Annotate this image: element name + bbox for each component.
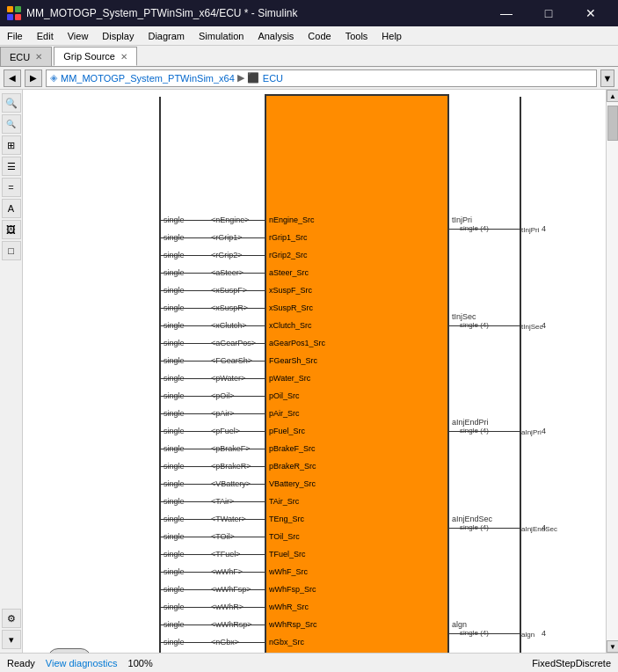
tab-grip-source[interactable]: Grip Source ✕ bbox=[54, 47, 137, 66]
equals-button[interactable]: = bbox=[2, 178, 21, 197]
sig-vbattery: VBattery_Src bbox=[269, 479, 316, 488]
menu-diagram[interactable]: Diagram bbox=[141, 26, 192, 45]
tab-ecu-label: ECU bbox=[10, 52, 30, 62]
line-out-algn bbox=[449, 633, 521, 634]
scroll-down-button[interactable]: ▼ bbox=[607, 640, 618, 653]
out-tinjsec-label: tInjSec bbox=[452, 312, 476, 321]
address-bar: ◀ ▶ ◈ MM_MOTOGP_System_PTWinSim_x64 ▶ ⬛ … bbox=[0, 67, 618, 90]
settings-bottom-button[interactable]: ⚙ bbox=[2, 609, 21, 628]
line-wwhfsp bbox=[161, 589, 265, 590]
tab-grip-source-label: Grip Source bbox=[63, 51, 115, 62]
line-out-tinjsec bbox=[449, 325, 521, 326]
out-ainjendpri-label: aInjEndPri bbox=[452, 418, 489, 427]
out-tinjpri-num: 4 bbox=[542, 224, 546, 233]
out-algn-label: algn bbox=[452, 620, 467, 629]
line-wwhf bbox=[161, 572, 265, 573]
sig-tair: TAir_Src bbox=[269, 497, 299, 506]
tab-ecu[interactable]: ECU ✕ bbox=[0, 47, 52, 66]
scroll-track[interactable] bbox=[607, 102, 618, 640]
canvas-area[interactable]: single single single single single singl… bbox=[23, 90, 606, 653]
sig-xsuspf: xSuspF_Src bbox=[269, 286, 312, 295]
menu-analysis[interactable]: Analysis bbox=[251, 26, 301, 45]
address-block-icon: ⬛ bbox=[247, 72, 259, 84]
address-path[interactable]: ◈ MM_MOTOGP_System_PTWinSim_x64 ▶ ⬛ ECU bbox=[46, 69, 597, 87]
out-ainjend-val: aInjEndSec bbox=[521, 525, 557, 533]
line-rgrip1 bbox=[161, 237, 265, 238]
app-icon bbox=[7, 6, 21, 20]
maximize-button[interactable]: □ bbox=[528, 0, 569, 26]
status-zoom: 100% bbox=[128, 658, 153, 668]
line-tair bbox=[161, 501, 265, 502]
line-pair bbox=[161, 413, 265, 414]
sig-pair: pAir_Src bbox=[269, 409, 300, 418]
view-diagnostics-link[interactable]: View diagnostics bbox=[46, 658, 118, 668]
line-tfuel bbox=[161, 554, 265, 555]
layers-button[interactable]: ☰ bbox=[2, 157, 21, 176]
sig-xclutch: xClutch_Src bbox=[269, 321, 312, 330]
diagram: single single single single single singl… bbox=[23, 90, 606, 653]
line-vbattery bbox=[161, 484, 265, 485]
address-block-name[interactable]: ECU bbox=[263, 73, 283, 84]
line-xsuspf bbox=[161, 290, 265, 291]
main-area: 🔍 🔍 ⊞ ☰ = A 🖼 □ ⚙ ▾ single single single… bbox=[0, 90, 618, 653]
left-toolbar: 🔍 🔍 ⊞ ☰ = A 🖼 □ ⚙ ▾ bbox=[0, 90, 23, 653]
status-bar: Ready View diagnostics 100% FixedStepDis… bbox=[0, 653, 618, 672]
line-out-ainjend bbox=[449, 528, 521, 529]
address-model-name[interactable]: MM_MOTOGP_System_PTWinSim_x64 bbox=[61, 73, 235, 84]
line-agearpos bbox=[161, 343, 265, 344]
tab-grip-source-close[interactable]: ✕ bbox=[120, 52, 127, 62]
minimize-button[interactable]: — bbox=[486, 0, 527, 26]
status-solver: FixedStepDiscrete bbox=[532, 658, 611, 668]
line-out-tinjpri bbox=[449, 229, 521, 230]
out-tinjpri-label: tInjPri bbox=[452, 215, 472, 224]
out-ainjendpri-val: aInjPri bbox=[521, 428, 542, 436]
line-wwhrsp bbox=[161, 625, 265, 625]
sig-wwhrsp: wWhRsp_Src bbox=[269, 620, 317, 629]
sig-asteer: aSteer_Src bbox=[269, 268, 309, 277]
zoom-in-button[interactable]: 🔍 bbox=[2, 93, 21, 113]
menu-help[interactable]: Help bbox=[374, 26, 409, 45]
menu-tools[interactable]: Tools bbox=[338, 26, 375, 45]
menu-display[interactable]: Display bbox=[95, 26, 141, 45]
line-ngbx bbox=[161, 642, 265, 643]
sensor-circle[interactable]: 1<Inputs> {54} bbox=[47, 648, 91, 653]
line-pwater bbox=[161, 378, 265, 379]
menu-view[interactable]: View bbox=[61, 26, 96, 45]
menu-edit[interactable]: Edit bbox=[30, 26, 61, 45]
line-pbraker bbox=[161, 466, 265, 467]
line-pbrakef bbox=[161, 449, 265, 449]
svg-rect-3 bbox=[15, 14, 21, 20]
line-pfuel bbox=[161, 431, 265, 432]
sig-wwhf: wWhF_Src bbox=[269, 567, 308, 576]
image-button[interactable]: 🖼 bbox=[2, 220, 21, 239]
address-dropdown[interactable]: ▼ bbox=[600, 69, 614, 87]
close-button[interactable]: ✕ bbox=[571, 0, 611, 26]
chevron-down-button[interactable]: ▾ bbox=[2, 630, 21, 649]
nav-forward-button[interactable]: ▶ bbox=[25, 69, 42, 87]
sig-pfuel: pFuel_Src bbox=[269, 427, 305, 435]
out-algn-val: algn bbox=[521, 631, 534, 639]
line-poil bbox=[161, 396, 265, 397]
text-button[interactable]: A bbox=[2, 199, 21, 218]
menu-simulation[interactable]: Simulation bbox=[192, 26, 251, 45]
scroll-up-button[interactable]: ▲ bbox=[607, 90, 618, 102]
sig-pwater: pWater_Src bbox=[269, 374, 310, 383]
tab-ecu-close[interactable]: ✕ bbox=[35, 52, 42, 62]
zoom-out-button[interactable]: 🔍 bbox=[2, 114, 21, 134]
left-bus-line bbox=[159, 97, 161, 653]
line-asteer bbox=[161, 273, 265, 274]
out-ainjend-label: aInjEndSec bbox=[452, 515, 492, 523]
line-toil bbox=[161, 537, 265, 537]
line-xsuspr bbox=[161, 308, 265, 309]
nav-back-button[interactable]: ◀ bbox=[4, 69, 21, 87]
fit-button[interactable]: ⊞ bbox=[2, 135, 21, 155]
out-tinjpri-val: tInjPri bbox=[521, 226, 539, 234]
sensor-bus-container: 1<Inputs> {54} {54}SensorSignals bbox=[47, 648, 91, 653]
right-bus-line bbox=[520, 97, 521, 653]
select-button[interactable]: □ bbox=[2, 241, 21, 260]
menu-code[interactable]: Code bbox=[301, 26, 338, 45]
sig-wwhr: wWhR_Src bbox=[269, 603, 309, 611]
menu-file[interactable]: File bbox=[0, 26, 30, 45]
right-scrollbar[interactable]: ▲ ▼ bbox=[606, 90, 618, 653]
scroll-thumb[interactable] bbox=[607, 106, 618, 141]
